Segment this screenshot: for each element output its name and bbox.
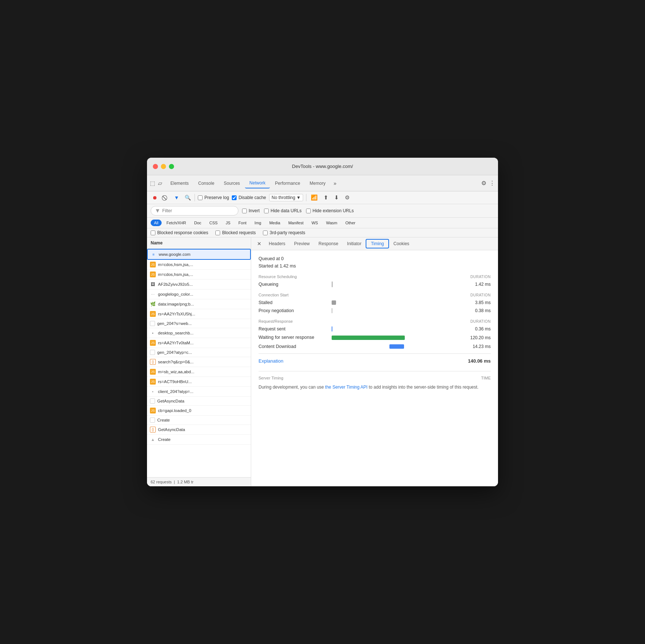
server-timing-text-after: to add insights into the server-side tim… — [367, 385, 479, 390]
preserve-log-checkbox[interactable]: Preserve log — [198, 195, 229, 200]
request-item-7[interactable]: gen_204?s=web... — [147, 319, 251, 328]
filter-bar: ▼ Invert Hide data URLs Hide extension U… — [147, 204, 498, 218]
filter-input[interactable] — [162, 208, 234, 213]
filter-button[interactable]: ▼ — [173, 194, 181, 202]
type-filter-manifest[interactable]: Manifest — [285, 220, 307, 226]
content-download-spacer — [332, 344, 405, 349]
timing-close-button[interactable]: ✕ — [254, 238, 264, 250]
type-filter-all[interactable]: All — [151, 220, 162, 226]
started-at-info: Started at 1.42 ms — [259, 263, 491, 269]
tab-memory[interactable]: Memory — [305, 179, 330, 188]
upload-icon[interactable]: ⬆ — [322, 194, 330, 202]
tab-response[interactable]: Response — [314, 238, 343, 249]
tab-cookies[interactable]: Cookies — [389, 238, 414, 249]
request-list-header: Name — [147, 237, 251, 249]
settings-icon-2[interactable]: ⚙ — [343, 194, 351, 202]
request-item-6[interactable]: JS rs=AA2YrTsXU5hj... — [147, 309, 251, 319]
tab-headers[interactable]: Headers — [264, 238, 290, 249]
server-timing-api-link[interactable]: the Server Timing API — [325, 385, 367, 390]
blocked-cookies-input[interactable] — [151, 231, 155, 235]
blocked-requests-checkbox[interactable]: Blocked requests — [215, 230, 256, 235]
type-filter-ws[interactable]: WS — [308, 220, 321, 226]
tab-timing[interactable]: Timing — [366, 239, 389, 248]
type-filter-media[interactable]: Media — [266, 220, 283, 226]
explanation-link[interactable]: Explanation — [259, 358, 283, 364]
request-item-5[interactable]: 🌿 data:image/png;b... — [147, 299, 251, 309]
hide-extension-urls-input[interactable] — [306, 209, 311, 213]
settings-icon[interactable]: ⚙ — [481, 180, 486, 187]
request-item-0[interactable]: ≡ www.google.com — [147, 249, 251, 260]
invert-checkbox[interactable]: Invert — [242, 208, 260, 213]
tab-performance[interactable]: Performance — [271, 179, 305, 188]
window-title: DevTools - www.google.com/ — [292, 164, 353, 169]
request-item-13[interactable]: JS rs=ACT9oHBnU... — [147, 377, 251, 387]
request-item-17[interactable]: Create — [147, 416, 251, 425]
request-response-header: Request/Response DURATION — [259, 319, 491, 323]
throttle-selector[interactable]: No throttling ▼ — [269, 194, 303, 201]
hide-data-urls-checkbox[interactable]: Hide data URLs — [264, 208, 302, 213]
fullscreen-button[interactable] — [169, 164, 174, 169]
timing-content: Queued at 0 Started at 1.42 ms Resource … — [251, 250, 498, 397]
type-filter-font[interactable]: Font — [235, 220, 250, 226]
invert-input[interactable] — [242, 209, 247, 213]
third-party-input[interactable] — [263, 231, 268, 235]
disable-cache-checkbox[interactable]: Disable cache — [232, 195, 266, 200]
blocked-requests-input[interactable] — [215, 231, 220, 235]
type-filter-img[interactable]: Img — [251, 220, 264, 226]
js-icon-13: JS — [150, 379, 156, 385]
preserve-log-input[interactable] — [198, 195, 203, 200]
request-item-8[interactable]: ▪ desktop_searchb... — [147, 328, 251, 338]
request-item-3[interactable]: 🖼 AF2bZyivvJ92o5... — [147, 280, 251, 289]
stalled-bar — [332, 300, 336, 305]
request-item-11[interactable]: {} search?q&cp=0&... — [147, 357, 251, 367]
request-name-15: GetAsyncData — [157, 399, 248, 403]
more-options-icon[interactable]: ⋮ — [489, 180, 495, 187]
request-item-10[interactable]: gen_204?atyp=c... — [147, 348, 251, 357]
disable-cache-input[interactable] — [232, 195, 237, 200]
request-item-16[interactable]: JS cb=gapi.loaded_0 — [147, 406, 251, 416]
request-item-4[interactable]: ··· googlelogo_color... — [147, 289, 251, 299]
tab-initiator[interactable]: Initiator — [343, 238, 366, 249]
device-icon[interactable]: ▱ — [158, 180, 162, 187]
cursor-icon[interactable]: ⬚ — [150, 180, 155, 187]
request-item-15[interactable]: GetAsyncData — [147, 397, 251, 406]
empty-icon-7 — [150, 321, 155, 326]
request-item-14[interactable]: ▪ client_204?atyp=... — [147, 387, 251, 397]
record-stop-button[interactable]: ⏺ — [151, 194, 159, 202]
type-filter-wasm[interactable]: Wasm — [323, 220, 341, 226]
tab-network[interactable]: Network — [245, 178, 270, 188]
request-item-1[interactable]: JS m=cdos,hsm,jsa,... — [147, 260, 251, 270]
wifi-icon[interactable]: 📶 — [309, 194, 319, 202]
hide-data-urls-input[interactable] — [264, 209, 269, 213]
close-button[interactable] — [153, 164, 158, 169]
type-filter-other[interactable]: Other — [342, 220, 359, 226]
tab-more-button[interactable]: » — [331, 179, 339, 188]
request-item-12[interactable]: JS m=sb_wiz,aa,abd... — [147, 367, 251, 377]
minimize-button[interactable] — [161, 164, 166, 169]
search-button[interactable]: 🔍 — [184, 194, 192, 202]
doc-icon: ≡ — [151, 251, 156, 257]
blocked-cookies-checkbox[interactable]: Blocked response cookies — [151, 230, 208, 235]
icon-14: ▪ — [150, 389, 156, 394]
type-filter-js[interactable]: JS — [222, 220, 234, 226]
hide-extension-urls-checkbox[interactable]: Hide extension URLs — [306, 208, 354, 213]
request-item-18[interactable]: {} GetAsyncData — [147, 425, 251, 435]
tab-console[interactable]: Console — [194, 179, 219, 188]
request-item-2[interactable]: JS m=cdos,hsm,jsa,... — [147, 270, 251, 280]
clear-button[interactable]: ⃠ — [162, 194, 170, 202]
proxy-label: Proxy negotiation — [259, 308, 332, 313]
request-item-19[interactable]: ▲ Create — [147, 435, 251, 445]
request-item-9[interactable]: JS rs=AA2YrTv0taM... — [147, 338, 251, 348]
third-party-checkbox[interactable]: 3rd-party requests — [263, 230, 305, 235]
filter-funnel-icon: ▼ — [155, 207, 161, 214]
type-filter-css[interactable]: CSS — [206, 220, 221, 226]
timing-row-waiting: Waiting for server response 120.20 ms — [259, 334, 491, 341]
waiting-value: 120.20 ms — [458, 335, 491, 340]
total-value: 140.06 ms — [468, 358, 491, 364]
tab-sources[interactable]: Sources — [219, 179, 244, 188]
tab-preview[interactable]: Preview — [290, 238, 314, 249]
type-filter-doc[interactable]: Doc — [191, 220, 205, 226]
download-icon[interactable]: ⬇ — [333, 194, 340, 202]
tab-elements[interactable]: Elements — [166, 179, 193, 188]
type-filter-fetchxhr[interactable]: Fetch/XHR — [163, 220, 189, 226]
